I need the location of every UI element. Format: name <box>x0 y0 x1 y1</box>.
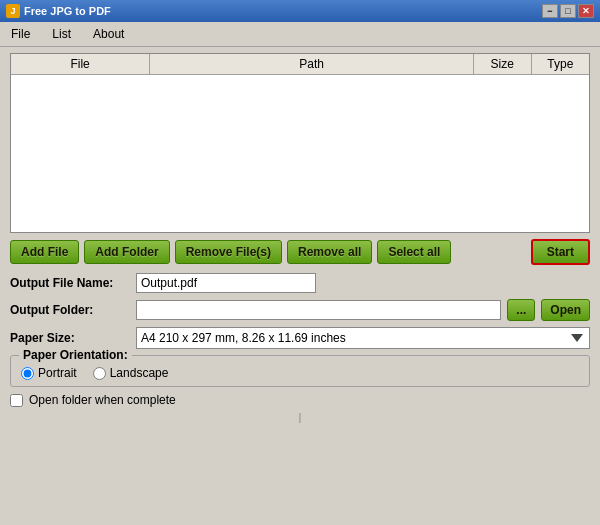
orientation-section: Paper Orientation: Portrait Landscape <box>10 355 590 387</box>
menu-list[interactable]: List <box>45 24 78 44</box>
browse-button[interactable]: ... <box>507 299 535 321</box>
maximize-button[interactable]: □ <box>560 4 576 18</box>
portrait-text: Portrait <box>38 366 77 380</box>
button-row: Add File Add Folder Remove File(s) Remov… <box>10 239 590 265</box>
col-size: Size <box>473 54 531 75</box>
col-file: File <box>11 54 150 75</box>
paper-size-label: Paper Size: <box>10 331 130 345</box>
remove-files-button[interactable]: Remove File(s) <box>175 240 282 264</box>
portrait-label[interactable]: Portrait <box>21 366 77 380</box>
paper-size-row: Paper Size: A4 210 x 297 mm, 8.26 x 11.6… <box>10 327 590 349</box>
title-bar: J Free JPG to PDF − □ ✕ <box>0 0 600 22</box>
menu-file[interactable]: File <box>4 24 37 44</box>
menu-bar: File List About <box>0 22 600 47</box>
open-button[interactable]: Open <box>541 299 590 321</box>
output-filename-input[interactable] <box>136 273 316 293</box>
open-folder-label: Open folder when complete <box>29 393 176 407</box>
col-type: Type <box>531 54 589 75</box>
orientation-legend: Paper Orientation: <box>19 348 132 362</box>
add-file-button[interactable]: Add File <box>10 240 79 264</box>
form-section: Output File Name: Output Folder: ... Ope… <box>10 273 590 407</box>
footer: | <box>10 411 590 423</box>
remove-all-button[interactable]: Remove all <box>287 240 372 264</box>
output-folder-row: Output Folder: ... Open <box>10 299 590 321</box>
output-filename-label: Output File Name: <box>10 276 130 290</box>
select-all-button[interactable]: Select all <box>377 240 451 264</box>
open-folder-checkbox[interactable] <box>10 394 23 407</box>
footer-text: | <box>299 411 302 423</box>
orientation-group: Portrait Landscape <box>21 366 579 380</box>
col-path: Path <box>150 54 474 75</box>
file-table[interactable]: File Path Size Type <box>10 53 590 233</box>
minimize-button[interactable]: − <box>542 4 558 18</box>
main-content: File Path Size Type Add File Add Folder … <box>0 47 600 429</box>
landscape-text: Landscape <box>110 366 169 380</box>
output-filename-row: Output File Name: <box>10 273 590 293</box>
portrait-radio[interactable] <box>21 367 34 380</box>
landscape-radio[interactable] <box>93 367 106 380</box>
close-button[interactable]: ✕ <box>578 4 594 18</box>
menu-about[interactable]: About <box>86 24 131 44</box>
app-title: Free JPG to PDF <box>24 5 111 17</box>
add-folder-button[interactable]: Add Folder <box>84 240 169 264</box>
landscape-label[interactable]: Landscape <box>93 366 169 380</box>
app-icon: J <box>6 4 20 18</box>
open-folder-row: Open folder when complete <box>10 393 590 407</box>
output-folder-label: Output Folder: <box>10 303 130 317</box>
paper-size-select[interactable]: A4 210 x 297 mm, 8.26 x 11.69 inches A3 … <box>136 327 590 349</box>
output-folder-input[interactable] <box>136 300 501 320</box>
start-button[interactable]: Start <box>531 239 590 265</box>
